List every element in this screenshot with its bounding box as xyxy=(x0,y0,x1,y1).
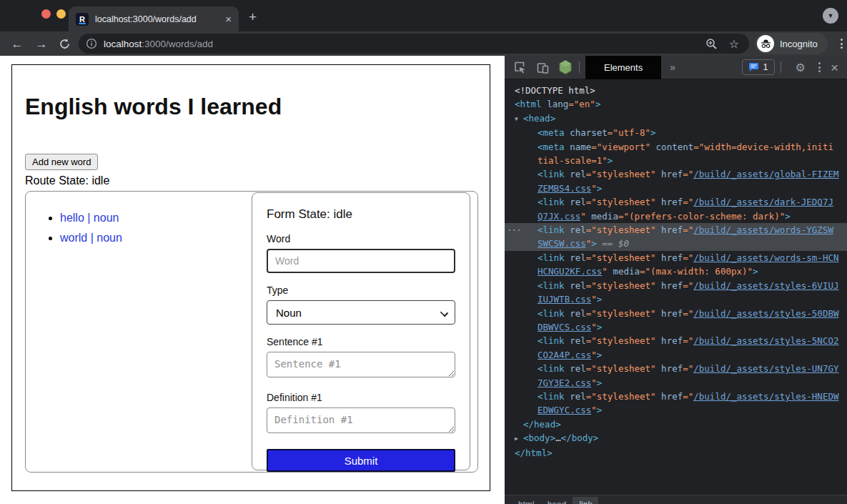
code-line[interactable]: <link rel="stylesheet" href="/build/_ass… xyxy=(505,251,847,265)
code-token-link[interactable]: /build/_assets/dark-JEDQ7J xyxy=(693,197,833,207)
address-bar[interactable]: localhost:3000/words/add ☆ xyxy=(79,34,749,54)
minimize-window-button[interactable] xyxy=(56,9,66,19)
forward-button[interactable]: → xyxy=(34,38,49,50)
collapse-arrow-icon[interactable]: ▶ xyxy=(515,432,523,445)
nodejs-extension-icon[interactable] xyxy=(558,59,573,75)
reload-button[interactable] xyxy=(59,38,73,50)
device-toolbar-button[interactable] xyxy=(535,59,550,75)
devtools-menu-button[interactable] xyxy=(816,59,823,75)
word-link[interactable]: world | noun xyxy=(60,232,122,244)
code-line[interactable]: <link rel="stylesheet" href="/build/_ass… xyxy=(505,307,847,320)
code-line[interactable]: ▼<head> xyxy=(505,112,847,126)
code-token-link[interactable]: 7GY3E2.css xyxy=(538,377,591,388)
word-link[interactable]: hello | noun xyxy=(60,212,119,224)
code-token-link[interactable]: /build/_assets/words-sm-HCN xyxy=(693,252,838,263)
code-token-val: ="stylesheet" xyxy=(586,169,656,179)
word-input[interactable] xyxy=(267,249,455,273)
code-line[interactable]: <meta charset="utf-8"> xyxy=(505,126,847,139)
code-token-link[interactable]: /build/_assets/styles-HNEDW xyxy=(693,391,838,402)
code-token-attr: rel xyxy=(570,363,586,374)
code-token-link[interactable]: HCNGU2KF.css xyxy=(538,266,602,277)
code-token-tag: > xyxy=(591,238,597,249)
browser-menu-button[interactable] xyxy=(838,36,846,51)
code-line[interactable]: ZEMBS4.css"> xyxy=(505,182,847,195)
back-button[interactable]: ← xyxy=(10,38,24,50)
issues-counter[interactable]: 1 xyxy=(742,59,775,75)
line-options-dots[interactable]: ··· xyxy=(507,223,521,237)
code-token-val: =" xyxy=(683,169,693,179)
code-line[interactable]: SWCSW.css"> == $0 xyxy=(505,237,847,250)
code-line[interactable]: 7GY3E2.css"> xyxy=(505,376,847,390)
code-line[interactable]: ···<link rel="stylesheet" href="/build/_… xyxy=(505,223,847,237)
code-token-link[interactable]: /build/_assets/global-FIZEM xyxy=(693,169,838,179)
definition-label: Definition #1 xyxy=(267,392,455,403)
code-token-attr: href xyxy=(661,252,683,263)
tab-elements[interactable]: Elements xyxy=(585,56,661,79)
bookmark-star-icon[interactable]: ☆ xyxy=(729,37,739,51)
code-token-attr: rel xyxy=(570,252,586,263)
code-token-link[interactable]: SWCSW.css xyxy=(538,238,586,249)
code-line[interactable]: </html> xyxy=(505,446,847,460)
code-line[interactable]: <link rel="stylesheet" href="/build/_ass… xyxy=(505,334,847,347)
code-line[interactable]: </head> xyxy=(505,417,847,431)
code-token-link[interactable]: CO2A4P.css xyxy=(538,350,591,360)
devtools-close-icon[interactable]: × xyxy=(831,61,838,74)
site-info-icon[interactable] xyxy=(86,38,97,49)
code-token-attr: href xyxy=(661,335,683,346)
code-token-val: =" xyxy=(683,252,693,263)
inspect-element-button[interactable] xyxy=(512,59,527,75)
code-line[interactable]: <link rel="stylesheet" href="/build/_ass… xyxy=(505,362,847,375)
breadcrumb-item-html[interactable]: html xyxy=(512,497,541,504)
code-line[interactable]: <!DOCTYPE html> xyxy=(505,84,847,97)
code-token-link[interactable]: IUJWTB.css xyxy=(538,294,591,305)
chevron-down-icon xyxy=(440,309,448,317)
settings-gear-icon[interactable]: ⚙ xyxy=(796,61,806,74)
code-line[interactable]: IUJWTB.css"> xyxy=(505,292,847,306)
code-token-plain: <!DOCTYPE html> xyxy=(515,85,595,96)
code-token-link[interactable]: /build/_assets/words-YGZSW xyxy=(693,224,833,235)
tab-close-icon[interactable]: × xyxy=(225,13,232,25)
url-text[interactable]: localhost:3000/words/add xyxy=(104,39,705,49)
code-line[interactable]: <link rel="stylesheet" href="/build/_ass… xyxy=(505,167,847,181)
breadcrumb-item-head[interactable]: head xyxy=(541,497,573,504)
add-new-word-button[interactable]: Add new word xyxy=(25,154,98,170)
code-line[interactable]: <html lang="en"> xyxy=(505,97,847,111)
code-token-link[interactable]: /build/_assets/styles-6VIUJ xyxy=(693,280,838,291)
code-token-link[interactable]: ZEMBS4.css xyxy=(538,183,591,194)
code-token-link[interactable]: /build/_assets/styles-UN7GY xyxy=(693,363,838,374)
code-token-tag: <link xyxy=(538,363,570,374)
code-line[interactable]: <link rel="stylesheet" href="/build/_ass… xyxy=(505,195,847,209)
code-token-tag: <link xyxy=(538,280,570,291)
zoom-icon[interactable] xyxy=(705,38,718,50)
close-window-button[interactable] xyxy=(41,9,51,19)
code-token-val: " xyxy=(591,350,597,360)
code-line[interactable]: tial-scale=1"> xyxy=(505,154,847,167)
expand-arrow-icon[interactable]: ▼ xyxy=(515,112,523,126)
code-line[interactable]: <meta name="viewport" content="width=dev… xyxy=(505,140,847,154)
breadcrumb-item-link[interactable]: link xyxy=(573,497,598,504)
code-token-val: " xyxy=(602,266,608,277)
code-token-link[interactable]: Q7JX.css xyxy=(538,211,580,222)
code-token-val: ="stylesheet" xyxy=(586,335,656,346)
sentence-textarea[interactable] xyxy=(267,352,455,377)
tab-search-button[interactable]: ▼ xyxy=(823,8,838,24)
code-line[interactable]: ▶<body>…</body> xyxy=(505,431,847,445)
code-line[interactable]: Q7JX.css" media="(prefers-color-scheme: … xyxy=(505,209,847,223)
submit-button[interactable]: Submit xyxy=(267,449,455,472)
code-line[interactable]: EDWGYC.css"> xyxy=(505,403,847,417)
code-line[interactable]: CO2A4P.css"> xyxy=(505,348,847,362)
new-tab-button[interactable]: + xyxy=(249,10,257,24)
type-select[interactable]: Noun xyxy=(267,300,455,325)
definition-textarea[interactable] xyxy=(267,407,455,433)
code-token-link[interactable]: /build/_assets/styles-5NCO2 xyxy=(693,335,838,346)
code-line[interactable]: HCNGU2KF.css" media="(max-width: 600px)"… xyxy=(505,265,847,278)
code-line[interactable]: <link rel="stylesheet" href="/build/_ass… xyxy=(505,279,847,292)
code-token-tag: <meta xyxy=(538,142,570,152)
code-token-link[interactable]: /build/_assets/styles-50DBW xyxy=(693,308,838,319)
code-token-link[interactable]: DBWVCS.css xyxy=(538,322,591,332)
code-line[interactable]: <link rel="stylesheet" href="/build/_ass… xyxy=(505,390,847,403)
more-tabs-button[interactable]: » xyxy=(670,61,675,73)
code-line[interactable]: DBWVCS.css"> xyxy=(505,320,847,334)
code-token-link[interactable]: EDWGYC.css xyxy=(538,405,591,415)
browser-tab[interactable]: R localhost:3000/words/add × xyxy=(69,6,239,31)
